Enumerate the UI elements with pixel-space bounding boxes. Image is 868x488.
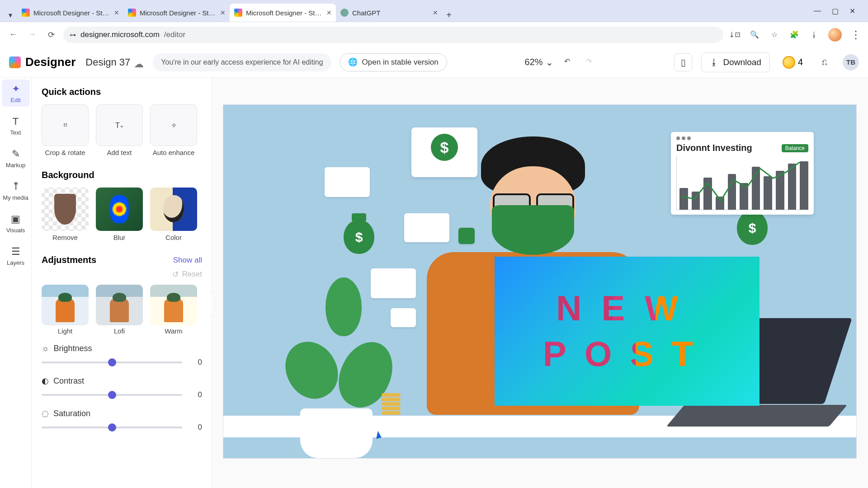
tab-designer-2[interactable]: Microsoft Designer - Stunning × <box>123 4 230 22</box>
rail-mymedia[interactable]: ⤒My media <box>2 177 30 204</box>
shapes-icon: ▣ <box>11 213 20 225</box>
reload-icon[interactable]: ⟳ <box>44 28 58 42</box>
illustration-money-bag <box>341 209 377 254</box>
brand-name: Designer <box>25 55 75 69</box>
new-post-overlay[interactable]: NEW POST <box>495 257 760 406</box>
saturation-block: ◌Saturation 0 <box>42 408 202 432</box>
browser-chrome: ▾ Microsoft Designer - Stunning × Micros… <box>0 0 868 47</box>
brightness-label: Brightness <box>54 344 92 353</box>
zoom-dropdown[interactable]: 62% ⌄ <box>525 57 553 68</box>
undo-icon[interactable]: ↶ <box>564 57 575 68</box>
zoom-icon[interactable]: 🔍 <box>749 29 760 41</box>
tab-designer-1[interactable]: Microsoft Designer - Stunning × <box>17 4 123 22</box>
addtext-icon: T₊ <box>115 121 123 130</box>
preset-label: Warm <box>165 327 182 335</box>
close-icon[interactable]: × <box>220 8 225 18</box>
app-body: ✦Edit TText ✎Markup ⤒My media ▣Visuals ☰… <box>0 78 868 488</box>
contrast-label: Contrast <box>53 376 84 386</box>
brightness-slider[interactable] <box>42 361 182 363</box>
preset-light-button[interactable] <box>42 285 89 325</box>
contrast-value: 0 <box>191 390 202 399</box>
quick-actions-heading: Quick actions <box>42 87 202 97</box>
close-icon[interactable]: × <box>114 8 119 18</box>
device-preview-icon[interactable]: ▯ <box>674 53 692 71</box>
app-topbar: Designer Design 37 ☁ You're in our early… <box>0 47 868 78</box>
install-app-icon[interactable]: ⤓⊡ <box>729 29 741 41</box>
downloads-icon[interactable]: ⭳ <box>808 29 820 41</box>
sparkle-icon: ✦ <box>12 83 20 95</box>
tab-chatgpt[interactable]: ChatGPT × <box>336 4 442 22</box>
slider-thumb[interactable] <box>108 423 116 432</box>
design-name[interactable]: Design 37 ☁ <box>85 56 142 68</box>
rail-label: Markup <box>6 162 25 169</box>
bg-color-button[interactable] <box>150 188 197 231</box>
illustration-chart-window: Divonnt InvestingBalance <box>671 132 814 215</box>
design-canvas[interactable]: $ Divonnt InvestingBalance <box>223 105 856 458</box>
bg-remove-button[interactable] <box>42 188 89 231</box>
saturation-label: Saturation <box>53 409 90 418</box>
rail-edit[interactable]: ✦Edit <box>2 80 30 107</box>
adjustments-header: Adjustments Show all <box>42 255 202 265</box>
crop-icon: ⌗ <box>63 121 67 129</box>
rail-text[interactable]: TText <box>2 112 30 139</box>
tab-designer-3[interactable]: Microsoft Designer - Stunning × <box>230 4 336 22</box>
rail-layers[interactable]: ☰Layers <box>2 242 30 269</box>
chart-bars <box>676 156 808 210</box>
rail-markup[interactable]: ✎Markup <box>2 145 30 172</box>
overlay-text-line2: POST <box>543 333 711 375</box>
rail-label: Text <box>10 129 21 136</box>
close-icon[interactable]: × <box>433 8 438 18</box>
slider-thumb[interactable] <box>108 358 116 366</box>
qa-crop: ⌗ Crop & rotate <box>42 104 89 156</box>
tool-rail: ✦Edit TText ✎Markup ⤒My media ▣Visuals ☰… <box>0 78 32 488</box>
brand[interactable]: Designer <box>9 55 75 69</box>
background-row: Remove Blur Color <box>42 188 202 241</box>
forward-icon: → <box>25 28 39 42</box>
preset-warm-button[interactable] <box>150 285 197 325</box>
illustration-mini-chart <box>325 167 370 197</box>
profile-avatar[interactable] <box>828 28 842 42</box>
url-path: /editor <box>164 30 185 39</box>
show-all-button[interactable]: Show all <box>173 256 202 265</box>
saturation-slider[interactable] <box>42 427 182 428</box>
reset-label: Reset <box>182 270 202 279</box>
slider-thumb[interactable] <box>108 391 116 399</box>
illustration-coins <box>382 393 401 415</box>
tab-label: Microsoft Designer - Stunning <box>140 9 217 17</box>
bg-blur-button[interactable] <box>96 188 143 231</box>
close-window-icon[interactable]: ✕ <box>849 7 855 15</box>
contrast-block: ◐Contrast 0 <box>42 376 202 399</box>
auto-enhance-button[interactable]: ✧ <box>150 104 197 146</box>
rail-visuals[interactable]: ▣Visuals <box>2 210 30 237</box>
crop-rotate-button[interactable]: ⌗ <box>42 104 89 146</box>
preset-label: Light <box>58 327 73 335</box>
chatgpt-favicon <box>340 9 349 17</box>
contrast-slider[interactable] <box>42 394 182 396</box>
maximize-icon[interactable]: ▢ <box>832 7 839 15</box>
user-avatar[interactable]: TB <box>843 54 859 70</box>
back-icon[interactable]: ← <box>6 28 20 42</box>
download-button[interactable]: ⭳ Download <box>701 52 770 72</box>
address-bar: ← → ⟳ ⊶ designer.microsoft.com/editor ⤓⊡… <box>0 22 868 47</box>
bookmark-icon[interactable]: ☆ <box>769 29 780 41</box>
new-tab-button[interactable]: + <box>442 8 456 22</box>
drop-icon: ◌ <box>42 408 49 418</box>
site-info-icon[interactable]: ⊶ <box>70 31 76 38</box>
preset-lofi-button[interactable] <box>96 285 143 325</box>
tab-history-dropdown[interactable]: ▾ <box>4 8 17 22</box>
rail-label: My media <box>3 194 28 201</box>
bg-label: Color <box>165 234 182 241</box>
minimize-icon[interactable]: — <box>814 7 821 15</box>
url-input[interactable]: ⊶ designer.microsoft.com/editor <box>63 27 723 43</box>
credits-indicator[interactable]: 4 <box>779 53 807 71</box>
extensions-icon[interactable]: 🧩 <box>788 29 800 41</box>
kebab-menu-icon[interactable]: ⋮ <box>850 29 862 41</box>
add-text-button[interactable]: T₊ <box>96 104 143 146</box>
share-icon[interactable]: ⎌ <box>816 53 834 71</box>
open-stable-button[interactable]: 🌐 Open in stable version <box>340 53 447 71</box>
chevron-down-icon: ⌄ <box>546 57 553 68</box>
reset-button[interactable]: ↺Reset <box>42 270 202 279</box>
topbar-right: ▯ ⭳ Download 4 ⎌ TB <box>674 52 859 72</box>
ai-notice: You're in our early access experience fo… <box>153 53 331 71</box>
close-icon[interactable]: × <box>326 8 331 18</box>
